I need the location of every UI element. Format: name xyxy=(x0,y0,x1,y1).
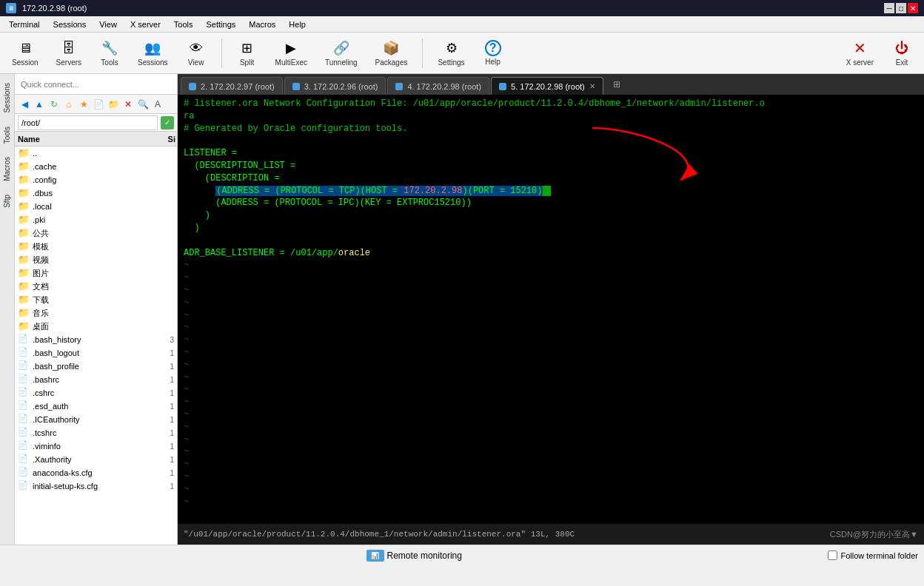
sidebar-item-macros[interactable]: Macros xyxy=(1,151,13,187)
list-item[interactable]: 📁公共 xyxy=(15,226,177,240)
sessions-icon: 👥 xyxy=(144,39,161,57)
list-item[interactable]: 📄.viminfo1 xyxy=(15,440,177,453)
file-size: 3 xyxy=(159,336,174,344)
maximize-button[interactable]: □ xyxy=(896,3,906,13)
file-icon: 📁 xyxy=(18,214,30,226)
close-button[interactable]: ✕ xyxy=(908,3,918,13)
list-item[interactable]: 📄.bash_profile1 xyxy=(15,360,177,373)
tab5-close-button[interactable]: ✕ xyxy=(589,82,595,90)
toolbar-servers[interactable]: 🗄 Servers xyxy=(50,36,87,70)
sidebar-item-sessions[interactable]: Sessions xyxy=(1,77,13,119)
tab4-tab[interactable]: 4. 172.20.2.98 (root) xyxy=(387,77,489,95)
session-label: Session xyxy=(12,58,38,67)
list-item[interactable]: 📄.esd_auth1 xyxy=(15,400,177,413)
toolbar-tunneling[interactable]: 🔗 Tunneling xyxy=(319,36,364,70)
fp-home-button[interactable]: ⌂ xyxy=(62,98,76,111)
list-item[interactable]: 📁模板 xyxy=(15,240,177,253)
file-list-header: Name Si xyxy=(15,132,177,146)
toolbar-tools[interactable]: 🔧 Tools xyxy=(93,36,126,70)
list-item[interactable]: 📁.cache xyxy=(15,160,177,173)
list-item[interactable]: 📁视频 xyxy=(15,253,177,266)
file-name: .tcshrc xyxy=(33,428,159,437)
toolbar-help[interactable]: ? Help xyxy=(477,37,509,69)
minimize-button[interactable]: ─ xyxy=(884,3,894,13)
tab5-tab[interactable]: 5. 172.20.2.98 (root)✕ xyxy=(491,77,603,95)
toolbar-exit[interactable]: ⏻ Exit xyxy=(886,36,918,70)
fp-more-button[interactable]: A xyxy=(151,98,164,111)
sessions-label: Sessions xyxy=(138,58,168,67)
follow-folder-label[interactable]: Follow terminal folder xyxy=(828,550,918,560)
fp-back-button[interactable]: ◀ xyxy=(18,98,31,111)
sidebar-item-sftp[interactable]: Sftp xyxy=(1,189,13,214)
file-name: .viminfo xyxy=(33,442,159,451)
toolbar-xserver[interactable]: ✕ X server xyxy=(840,36,880,70)
menu-terminal[interactable]: Terminal xyxy=(3,18,46,30)
toolbar-sessions[interactable]: 👥 Sessions xyxy=(132,36,174,70)
terminal-tilde: ~ xyxy=(184,272,918,284)
toolbar-view[interactable]: 👁 View xyxy=(180,36,212,70)
tunneling-label: Tunneling xyxy=(325,58,358,67)
menu-view[interactable]: View xyxy=(93,18,123,30)
fp-up-button[interactable]: ▲ xyxy=(33,98,46,111)
list-item[interactable]: 📄.bashrc1 xyxy=(15,373,177,386)
path-input[interactable] xyxy=(18,115,158,130)
file-name: 音乐 xyxy=(33,308,159,319)
menu-settings[interactable]: Settings xyxy=(201,18,242,30)
list-item[interactable]: 📄.bash_logout1 xyxy=(15,346,177,360)
toolbar-session[interactable]: 🖥 Session xyxy=(6,36,44,70)
list-item[interactable]: 📄.bash_history3 xyxy=(15,333,177,346)
sidebar-item-tools[interactable]: Tools xyxy=(1,121,13,149)
menu-macros[interactable]: Macros xyxy=(243,18,281,30)
menu-help[interactable]: Help xyxy=(283,18,312,30)
menu-sessions[interactable]: Sessions xyxy=(47,18,93,30)
menu-tools[interactable]: Tools xyxy=(168,18,199,30)
fp-bookmark-button[interactable]: ★ xyxy=(77,98,90,111)
toolbar-multiexec[interactable]: ▶ MultiExec xyxy=(270,36,313,70)
toolbar-settings[interactable]: ⚙ Settings xyxy=(432,36,470,70)
list-item[interactable]: 📁.config xyxy=(15,173,177,186)
file-name: 视频 xyxy=(33,255,159,266)
terminal[interactable]: # listener.ora Network Configuration Fil… xyxy=(178,95,924,524)
file-icon: 📄 xyxy=(18,347,30,359)
list-item[interactable]: 📄anaconda-ks.cfg1 xyxy=(15,466,177,479)
list-item[interactable]: 📁文档 xyxy=(15,280,177,293)
list-item[interactable]: 📁.local xyxy=(15,200,177,213)
list-item[interactable]: 📄.ICEauthority1 xyxy=(15,413,177,426)
terminal-tilde: ~ xyxy=(184,346,918,359)
list-item[interactable]: 📁图片 xyxy=(15,266,177,280)
help-label: Help xyxy=(485,58,500,66)
terminal-line: (DESCRIPTION = xyxy=(184,172,918,185)
menu-xserver[interactable]: X server xyxy=(124,18,167,30)
terminal-tilde: ~ xyxy=(184,471,918,483)
file-size: 1 xyxy=(159,469,174,477)
fp-refresh-button[interactable]: ↻ xyxy=(47,98,61,111)
new-tab-button[interactable]: ⊞ xyxy=(608,77,626,92)
fp-delete-button[interactable]: ✕ xyxy=(121,98,135,111)
tab3-tab[interactable]: 3. 172.20.2.96 (root) xyxy=(284,77,386,95)
list-item[interactable]: 📄.tcshrc1 xyxy=(15,426,177,440)
monitoring-icon: 📊 xyxy=(366,550,384,562)
file-name: .bash_profile xyxy=(33,362,159,371)
list-item[interactable]: 📁.dbus xyxy=(15,186,177,200)
fp-filter-button[interactable]: 🔍 xyxy=(136,98,150,111)
list-item[interactable]: 📁.. xyxy=(15,146,177,160)
list-item[interactable]: 📁音乐 xyxy=(15,306,177,320)
file-name: 桌面 xyxy=(33,321,159,332)
list-item[interactable]: 📄.cshrc1 xyxy=(15,386,177,400)
follow-folder-checkbox[interactable] xyxy=(828,550,837,560)
split-icon: ⊞ xyxy=(238,39,256,57)
terminal-tilde: ~ xyxy=(184,321,918,334)
toolbar-split[interactable]: ⊞ Split xyxy=(231,36,264,70)
quick-connect-input[interactable] xyxy=(21,80,171,89)
window-title: 172.20.2.98 (root) xyxy=(22,4,87,13)
list-item[interactable]: 📄.Xauthority1 xyxy=(15,453,177,466)
list-item[interactable]: 📁下载 xyxy=(15,293,177,306)
toolbar-packages[interactable]: 📦 Packages xyxy=(369,36,414,70)
fp-newfolder-button[interactable]: 📁 xyxy=(107,98,120,111)
list-item[interactable]: 📄initial-setup-ks.cfg1 xyxy=(15,479,177,493)
tab2-tab[interactable]: 2. 172.20.2.97 (root) xyxy=(181,77,283,95)
list-item[interactable]: 📁.pki xyxy=(15,213,177,226)
path-go-button[interactable]: ✓ xyxy=(161,116,174,129)
list-item[interactable]: 📁桌面 xyxy=(15,320,177,333)
fp-newfile-button[interactable]: 📄 xyxy=(92,98,105,111)
